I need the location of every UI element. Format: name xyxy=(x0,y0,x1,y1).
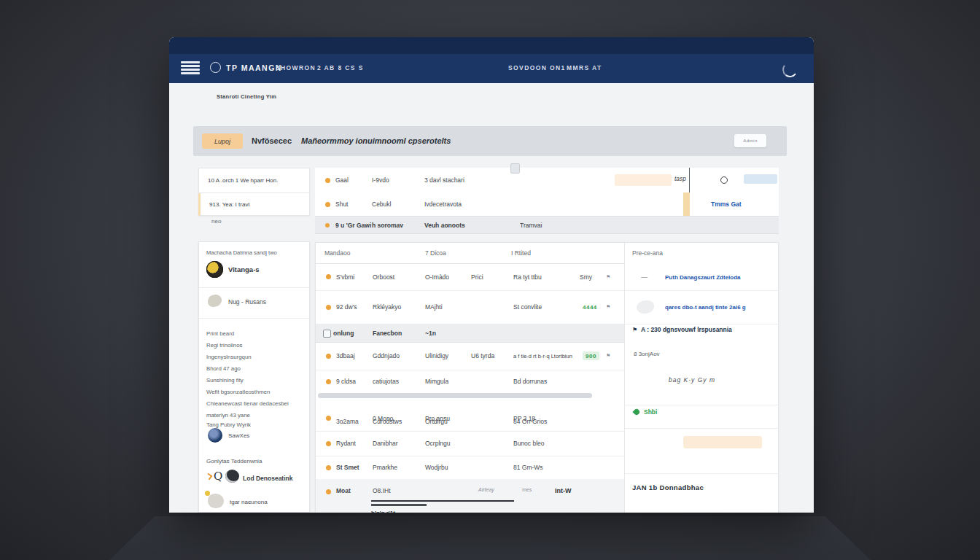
divider xyxy=(625,473,779,474)
summary-row-2[interactable]: Shut Cebukl Ivdecetravota Tmms Gat xyxy=(315,192,779,217)
primary-avatar[interactable] xyxy=(206,261,223,278)
column-header[interactable]: I Rtited xyxy=(511,249,531,257)
sidebar-item-2[interactable]: 913. Yea: I travl xyxy=(198,193,310,216)
detail-line: Sunshining fity xyxy=(206,377,244,384)
nav-item-1[interactable]: SHOWRON xyxy=(276,64,316,71)
summary-cell: 3 davl stachari xyxy=(424,176,464,184)
nav-item-4[interactable]: MMRS AT xyxy=(567,64,602,71)
page-banner: Lupoj Nvfösecec Mañeormmoy ionuimnooml c… xyxy=(193,126,787,156)
cell: Rkléyakyo xyxy=(373,303,401,311)
leaf-icon xyxy=(632,408,640,416)
panel-input-chip[interactable] xyxy=(683,436,762,448)
panel-note: bag K-y Gy m xyxy=(669,376,715,384)
cell: Ra tyt ttbu xyxy=(513,273,542,281)
panel-row-1[interactable]: — Puth Danagszaurt Zdteloda xyxy=(625,263,779,291)
summary-links[interactable]: Tmms Gat xyxy=(711,201,742,208)
brand-logo[interactable]: TP MAANGN xyxy=(210,62,282,73)
profile-card: Machacha Datmna sandj two Vitanga-s Nug … xyxy=(198,241,310,513)
green-badge: 900 xyxy=(583,351,599,360)
cell: Ocrplngu xyxy=(425,440,451,447)
panel-row-2[interactable]: qares dbo-t aandj tinte 2ai6 g xyxy=(625,290,779,324)
card-link-2[interactable]: tgar naeunona xyxy=(230,499,268,505)
sidebar-section-label: neo xyxy=(211,218,221,225)
progress-bar xyxy=(318,393,592,398)
menu-icon[interactable] xyxy=(181,61,200,74)
panel-link-2[interactable]: qares dbo-t aandj tinte 2ai6 g xyxy=(665,304,746,311)
status-dot-icon xyxy=(326,441,331,446)
summary-cell: 9 u 'Gr Gawi xyxy=(335,222,371,229)
cell: St Smet xyxy=(336,464,359,471)
status-dot-icon xyxy=(326,354,331,359)
cell: Orboost xyxy=(373,273,394,281)
content-area: Stanroti Cineting Yim Lupoj Nvfösecec Ma… xyxy=(169,83,814,513)
table-row-2[interactable]: 92 dw's Rkléyakyo MAjhti St convlite 444… xyxy=(316,290,624,324)
cell: Pmarkhe xyxy=(373,464,397,471)
cell: 3o2ama xyxy=(336,418,359,425)
cell: S'vbmi xyxy=(336,273,354,281)
cell: Airteay xyxy=(478,487,494,492)
panel-link-1[interactable]: Puth Danagszaurt Zdteloda xyxy=(665,273,741,280)
divider xyxy=(625,428,779,429)
table-row-1[interactable]: S'vbmi Orboost O-Imàdo Prici Ra tyt ttbu… xyxy=(316,263,624,291)
status-dot-icon xyxy=(326,416,331,421)
cell: O8.IHt xyxy=(373,487,391,494)
user-spinner-icon[interactable] xyxy=(782,61,799,79)
q-glyph-icon: Q xyxy=(214,470,222,483)
summary-header-row[interactable]: 9 u 'Gr Gawi h soromav Veuh aonoots Tram… xyxy=(315,217,779,234)
table-subheader-row[interactable]: onlung Fanecbon ~1n xyxy=(316,324,624,343)
banner-title-part1: Nvfösecec xyxy=(252,136,292,145)
detail-line: Bhord 47 ago xyxy=(206,365,241,372)
cell: O-Imàdo xyxy=(425,273,449,281)
summary-cell: Gaal xyxy=(335,176,349,184)
summary-cell: h soromav xyxy=(372,222,403,229)
cell: b'q'q r'1t xyxy=(371,510,395,513)
sidebar-item-1[interactable]: 10 A .orch 1 We hparr Hon. xyxy=(198,168,310,193)
table-row-6[interactable]: Rydant Danibhar Ocrplngu Bunoc bleo xyxy=(316,431,624,456)
table-row-7[interactable]: St Smet Pmarkhe Wodjrbu 81 Gm-Ws xyxy=(316,456,624,480)
card-subheading: Gonlytas Teddenwnia xyxy=(206,458,262,464)
table-row-4[interactable]: 9 cldsa catiujotas Mimgula Bd dorrunas xyxy=(316,370,624,393)
column-header[interactable]: Mandaoo xyxy=(324,249,350,257)
underline-rule xyxy=(371,500,514,502)
flag-icon: ⚑ xyxy=(606,304,610,310)
banner-badge[interactable]: Lupoj xyxy=(202,133,243,149)
detail-line: Wefit bgsonzatleosthmen xyxy=(206,389,270,395)
table-row-5[interactable]: 0 Mono Pro ansu PP 3 18 3o2ama Cdrodstws… xyxy=(316,399,624,432)
cell: catiujotas xyxy=(373,378,399,385)
banner-action-button[interactable]: Admin xyxy=(734,134,766,147)
nav-item-3[interactable]: SOVDOON ON1 xyxy=(508,64,566,71)
panel-footer: JAN 1b Donnadbhac xyxy=(632,483,704,491)
summary-cell: Cebukl xyxy=(372,201,391,208)
column-header[interactable]: 7 Dicoa xyxy=(425,249,446,257)
divider xyxy=(199,287,309,288)
cell: a f tie-d rt b-r-q Ltortbiun xyxy=(513,353,572,359)
brand-name: TP MAANGN xyxy=(226,63,282,72)
member-avatar[interactable] xyxy=(208,428,222,443)
cell: Ulinidigy xyxy=(425,352,448,359)
cell: 84 On-Grios xyxy=(513,418,547,425)
table-header-row: Mandaoo 7 Dicoa I Rtited xyxy=(316,243,624,264)
divider xyxy=(625,405,779,405)
blue-chip[interactable] xyxy=(744,174,777,184)
detail-line: Regi trinolinos xyxy=(206,342,242,349)
cell: Int-W xyxy=(555,487,572,494)
column-divider xyxy=(689,168,690,193)
breadcrumb: Stanroti Cineting Yim xyxy=(217,93,276,100)
panel-green-label: Shbi xyxy=(644,408,657,416)
cell: 81 Gm-Ws xyxy=(513,464,543,471)
card-link-1[interactable]: Lod Denoseatink xyxy=(243,475,292,482)
cell: Wodjrbu xyxy=(425,464,448,471)
panel-info-title: A : 230 dgnsvouwf lrspusannia xyxy=(641,326,732,333)
summary-row-1[interactable]: Gaal I-9vdo 3 davl stachari tasp xyxy=(315,168,779,193)
check-icon xyxy=(206,473,213,481)
cell: Mimgula xyxy=(425,378,448,385)
table-row-8[interactable]: Moat O8.IHt Airteay mes Int-W b'q'q r'1t xyxy=(316,479,624,513)
cell: mes xyxy=(522,487,532,492)
nav-item-2[interactable]: 2 AB 8 CS S xyxy=(317,64,364,71)
cell: Fanecbon xyxy=(373,330,402,337)
highlight-block xyxy=(615,174,672,186)
table-row-3[interactable]: 3dbaaj Gddnjado Ulinidigy U6 tyrda a f t… xyxy=(316,342,624,370)
secondary-avatar[interactable] xyxy=(208,295,222,307)
status-dot-icon xyxy=(325,223,330,228)
cell: Bunoc bleo xyxy=(513,440,545,447)
